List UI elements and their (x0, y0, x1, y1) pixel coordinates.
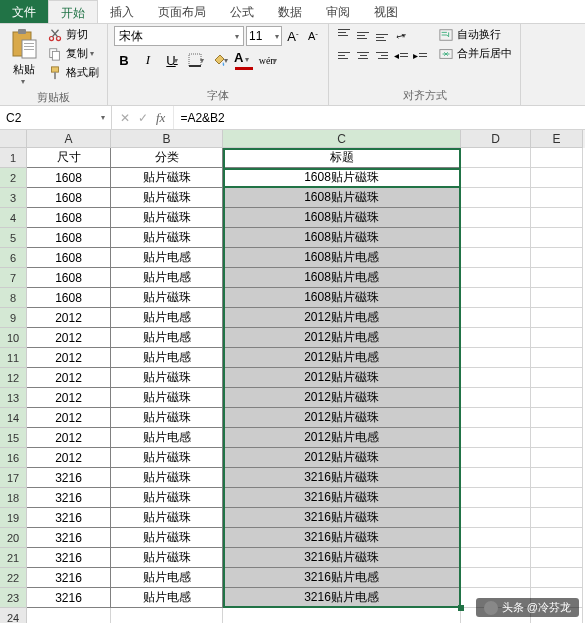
cell[interactable]: 3216贴片电感 (223, 588, 461, 608)
cell[interactable]: 2012 (27, 368, 111, 388)
cell[interactable] (461, 388, 531, 408)
cell[interactable] (531, 448, 583, 468)
cell[interactable]: 3216 (27, 488, 111, 508)
cell[interactable] (27, 608, 111, 623)
cell[interactable] (461, 348, 531, 368)
cell[interactable] (461, 508, 531, 528)
cell[interactable] (461, 548, 531, 568)
cell[interactable] (461, 288, 531, 308)
align-bottom-button[interactable] (373, 26, 391, 44)
cell[interactable]: 3216 (27, 528, 111, 548)
col-header-c[interactable]: C (223, 130, 461, 148)
font-color-button[interactable]: A ▾ (234, 50, 254, 70)
cell[interactable] (461, 468, 531, 488)
borders-button[interactable]: ▾ (186, 50, 206, 70)
row-header[interactable]: 10 (0, 328, 27, 348)
cell[interactable]: 2012 (27, 348, 111, 368)
cell[interactable]: 2012贴片电感 (223, 308, 461, 328)
cell[interactable]: 3216贴片电感 (223, 568, 461, 588)
cell[interactable] (461, 208, 531, 228)
cell[interactable] (461, 228, 531, 248)
cell[interactable] (531, 468, 583, 488)
row-header[interactable]: 20 (0, 528, 27, 548)
tab-review[interactable]: 审阅 (314, 0, 362, 23)
cell[interactable]: 贴片磁珠 (111, 548, 223, 568)
row-header[interactable]: 19 (0, 508, 27, 528)
cell[interactable]: 2012贴片电感 (223, 328, 461, 348)
cell[interactable] (531, 208, 583, 228)
cell[interactable]: 2012 (27, 328, 111, 348)
cell[interactable] (531, 368, 583, 388)
row-header[interactable]: 16 (0, 448, 27, 468)
cell[interactable]: 1608 (27, 248, 111, 268)
cell[interactable] (461, 368, 531, 388)
cell[interactable]: 1608贴片磁珠 (223, 288, 461, 308)
cell[interactable]: 2012 (27, 428, 111, 448)
cell[interactable] (531, 488, 583, 508)
row-header[interactable]: 4 (0, 208, 27, 228)
select-all-corner[interactable] (0, 130, 27, 148)
row-header[interactable]: 5 (0, 228, 27, 248)
row-header[interactable]: 11 (0, 348, 27, 368)
cell[interactable]: 3216 (27, 588, 111, 608)
col-header-d[interactable]: D (461, 130, 531, 148)
decrease-font-button[interactable]: Aˇ (304, 26, 322, 46)
italic-button[interactable]: I (138, 50, 158, 70)
align-left-button[interactable] (335, 46, 353, 64)
cell[interactable] (531, 408, 583, 428)
tab-insert[interactable]: 插入 (98, 0, 146, 23)
row-header[interactable]: 17 (0, 468, 27, 488)
cell[interactable] (531, 388, 583, 408)
cell[interactable]: 贴片磁珠 (111, 228, 223, 248)
increase-font-button[interactable]: Aˆ (284, 26, 302, 46)
cell[interactable] (223, 608, 461, 623)
row-header[interactable]: 24 (0, 608, 27, 623)
row-header[interactable]: 1 (0, 148, 27, 168)
cell[interactable]: 贴片磁珠 (111, 528, 223, 548)
row-header[interactable]: 2 (0, 168, 27, 188)
cell[interactable]: 1608 (27, 268, 111, 288)
cell[interactable]: 3216贴片磁珠 (223, 488, 461, 508)
col-header-a[interactable]: A (27, 130, 111, 148)
cell[interactable]: 2012贴片磁珠 (223, 448, 461, 468)
cell[interactable]: 贴片电感 (111, 268, 223, 288)
align-top-button[interactable] (335, 26, 353, 44)
cell[interactable]: 1608贴片磁珠 (223, 228, 461, 248)
tab-home[interactable]: 开始 (48, 0, 98, 23)
fill-color-button[interactable]: ▾ (210, 50, 230, 70)
increase-indent-button[interactable]: ▸ (411, 46, 429, 64)
cell[interactable] (531, 268, 583, 288)
accept-formula-icon[interactable]: ✓ (138, 111, 148, 125)
cell[interactable] (531, 508, 583, 528)
cell[interactable] (531, 188, 583, 208)
font-size-select[interactable]: 11 ▾ (246, 26, 282, 46)
cell[interactable]: 1608贴片磁珠 (223, 168, 461, 188)
tab-page-layout[interactable]: 页面布局 (146, 0, 218, 23)
cell[interactable] (461, 168, 531, 188)
col-header-e[interactable]: E (531, 130, 583, 148)
row-header[interactable]: 12 (0, 368, 27, 388)
cell[interactable]: 1608 (27, 228, 111, 248)
cell[interactable] (531, 288, 583, 308)
wrap-text-button[interactable]: 自动换行 (437, 26, 514, 43)
cell[interactable]: 3216 (27, 468, 111, 488)
cell[interactable]: 贴片磁珠 (111, 368, 223, 388)
cell[interactable]: 2012 (27, 388, 111, 408)
cell[interactable]: 3216贴片磁珠 (223, 548, 461, 568)
cell[interactable]: 贴片磁珠 (111, 468, 223, 488)
cell[interactable]: 1608 (27, 168, 111, 188)
cell[interactable] (461, 408, 531, 428)
cell[interactable]: 1608 (27, 208, 111, 228)
row-header[interactable]: 6 (0, 248, 27, 268)
cell[interactable]: 贴片电感 (111, 588, 223, 608)
cell[interactable] (461, 528, 531, 548)
cell[interactable] (531, 228, 583, 248)
cell[interactable]: 3216贴片磁珠 (223, 468, 461, 488)
tab-data[interactable]: 数据 (266, 0, 314, 23)
cell[interactable] (531, 148, 583, 168)
cell[interactable] (531, 248, 583, 268)
cell[interactable]: 贴片磁珠 (111, 168, 223, 188)
tab-formulas[interactable]: 公式 (218, 0, 266, 23)
row-header[interactable]: 8 (0, 288, 27, 308)
cut-button[interactable]: 剪切 (46, 26, 101, 43)
